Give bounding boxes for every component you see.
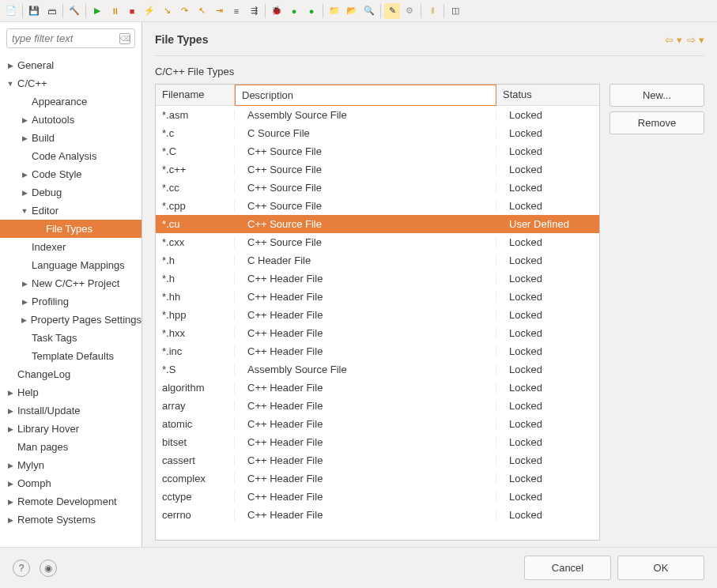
stop-icon[interactable]: ■ (124, 3, 140, 19)
new-dropdown-icon[interactable]: 📄 (3, 3, 19, 19)
tree-item[interactable]: ▶Autotools (0, 111, 142, 129)
expand-right-icon[interactable]: ▶ (5, 516, 16, 524)
table-row[interactable]: *.cppC++ Source FileLocked (156, 197, 599, 215)
column-description[interactable]: Description (235, 85, 496, 106)
table-row[interactable]: *.hhC++ Header FileLocked (156, 288, 599, 306)
table-row[interactable]: arrayC++ Header FileLocked (156, 397, 599, 415)
tree-item[interactable]: ▶Remote Development (0, 492, 142, 511)
step-over-icon[interactable]: ↷ (176, 3, 192, 19)
tree-item[interactable]: ▶Install/Update (0, 401, 142, 420)
tree-item[interactable]: ▶Property Pages Settings (0, 311, 142, 329)
expand-right-icon[interactable]: ▶ (19, 316, 29, 324)
table-row[interactable]: atomicC++ Header FileLocked (156, 415, 599, 433)
coverage-icon[interactable]: ● (304, 3, 319, 19)
tree-item[interactable]: ▶Remote Systems (0, 511, 142, 529)
table-row[interactable]: cctypeC++ Header FileLocked (156, 488, 599, 506)
tree-item[interactable]: ▶Debug (0, 183, 142, 202)
folder-icon[interactable]: 📁 (326, 3, 342, 19)
tree-item[interactable]: ▶Oomph (0, 474, 142, 492)
expand-right-icon[interactable]: ▶ (5, 425, 16, 433)
tree-item[interactable]: Code Analysis (0, 147, 142, 165)
save-all-icon[interactable]: 🗃 (43, 3, 59, 19)
expand-right-icon[interactable]: ▶ (5, 462, 16, 469)
tree-item[interactable]: ▶Help (0, 383, 142, 401)
tree-item[interactable]: Task Tags (0, 329, 142, 347)
table-row[interactable]: *.hC Header FileLocked (156, 251, 599, 270)
tree-item[interactable]: ▶Library Hover (0, 420, 142, 438)
expand-right-icon[interactable]: ▶ (5, 389, 16, 397)
step-icon[interactable]: ⇥ (211, 3, 227, 19)
debug-icon[interactable]: 🐞 (269, 3, 285, 19)
expand-right-icon[interactable]: ▶ (5, 407, 16, 415)
table-row[interactable]: bitsetC++ Header FileLocked (156, 433, 599, 451)
tree-item[interactable]: ▶Profiling (0, 292, 142, 311)
tree-item[interactable]: ▶Code Style (0, 165, 142, 183)
tree-item[interactable]: File Types (0, 220, 142, 238)
table-row[interactable]: ccomplexC++ Header FileLocked (156, 469, 599, 488)
column-status[interactable]: Status (496, 85, 599, 106)
search-icon[interactable]: 🔍 (361, 3, 377, 19)
table-row[interactable]: algorithmC++ Header FileLocked (156, 379, 599, 397)
tree-item[interactable]: ▶Build (0, 129, 142, 147)
expand-right-icon[interactable]: ▶ (19, 116, 30, 124)
expand-down-icon[interactable]: ▼ (19, 207, 30, 215)
preferences-tree[interactable]: ▶General▼C/C++Appearance▶Autotools▶Build… (0, 55, 142, 547)
tree-item[interactable]: Appearance (0, 92, 142, 111)
filter-input[interactable] (6, 28, 135, 48)
expand-right-icon[interactable]: ▶ (19, 298, 30, 306)
tree-item[interactable]: ▼C/C++ (0, 74, 142, 92)
expand-right-icon[interactable]: ▶ (5, 480, 16, 488)
tree-item[interactable]: ▶New C/C++ Project (0, 274, 142, 292)
expand-right-icon[interactable]: ▶ (19, 189, 30, 197)
run-green-icon[interactable]: ● (286, 3, 302, 19)
filter-clear-icon[interactable]: ⌫ (119, 33, 130, 44)
filter-icon[interactable]: ⇶ (246, 3, 262, 19)
run-icon[interactable]: ▶ (89, 3, 105, 19)
tree-item[interactable]: ChangeLog (0, 365, 142, 383)
table-row[interactable]: cassertC++ Header FileLocked (156, 451, 599, 469)
disconnect-icon[interactable]: ⚡ (142, 3, 157, 19)
tree-item[interactable]: ▼Editor (0, 202, 142, 220)
help-icon[interactable]: ? (13, 560, 30, 577)
table-body[interactable]: *.asmAssembly Source FileLocked*.cC Sour… (156, 106, 599, 540)
save-icon[interactable]: 💾 (26, 3, 42, 19)
table-row[interactable]: *.cC Source FileLocked (156, 124, 599, 142)
table-row[interactable]: *.hC++ Header FileLocked (156, 270, 599, 288)
table-row[interactable]: *.incC++ Header FileLocked (156, 342, 599, 360)
table-row[interactable]: *.c++C++ Source FileLocked (156, 160, 599, 179)
build-icon[interactable]: 🔨 (66, 3, 82, 19)
table-row[interactable]: *.CC++ Source FileLocked (156, 142, 599, 160)
expand-right-icon[interactable]: ▶ (19, 171, 30, 179)
column-filename[interactable]: Filename (156, 85, 235, 106)
table-row[interactable]: *.cuC++ Source FileUser Defined (156, 215, 599, 233)
step-return-icon[interactable]: ↖ (194, 3, 209, 19)
nav-forward-icon[interactable]: ⇨ ▾ (687, 32, 704, 47)
tree-item[interactable]: Indexer (0, 238, 142, 256)
import-export-icon[interactable]: ◉ (40, 560, 57, 577)
pause-icon[interactable]: ⏸ (107, 3, 123, 19)
remove-button[interactable]: Remove (609, 111, 704, 134)
new-button[interactable]: New... (609, 84, 704, 107)
cancel-button[interactable]: Cancel (524, 556, 611, 580)
table-row[interactable]: *.asmAssembly Source FileLocked (156, 106, 599, 124)
ok-button[interactable]: OK (617, 556, 704, 580)
align-icon[interactable]: ⫴ (425, 3, 440, 19)
tree-item[interactable]: ▶General (0, 56, 142, 74)
step-into-icon[interactable]: ↘ (159, 3, 175, 19)
table-row[interactable]: *.hppC++ Header FileLocked (156, 306, 599, 324)
expand-right-icon[interactable]: ▶ (5, 62, 16, 70)
window-icon[interactable]: ◫ (447, 3, 463, 19)
table-row[interactable]: *.hxxC++ Header FileLocked (156, 324, 599, 342)
tree-item[interactable]: Template Defaults (0, 347, 142, 365)
expand-down-icon[interactable]: ▼ (5, 80, 16, 88)
tree-item[interactable]: ▶Mylyn (0, 456, 142, 474)
gear-icon[interactable]: ⚙ (402, 3, 417, 19)
tree-item[interactable]: Man pages (0, 438, 142, 456)
table-row[interactable]: *.SAssembly Source FileLocked (156, 360, 599, 379)
table-row[interactable]: cerrnoC++ Header FileLocked (156, 506, 599, 524)
edit-icon[interactable]: ✎ (384, 3, 400, 19)
table-row[interactable]: *.ccC++ Source FileLocked (156, 179, 599, 197)
expand-right-icon[interactable]: ▶ (19, 134, 30, 142)
folder2-icon[interactable]: 📂 (344, 3, 360, 19)
tree-item[interactable]: Language Mappings (0, 256, 142, 274)
